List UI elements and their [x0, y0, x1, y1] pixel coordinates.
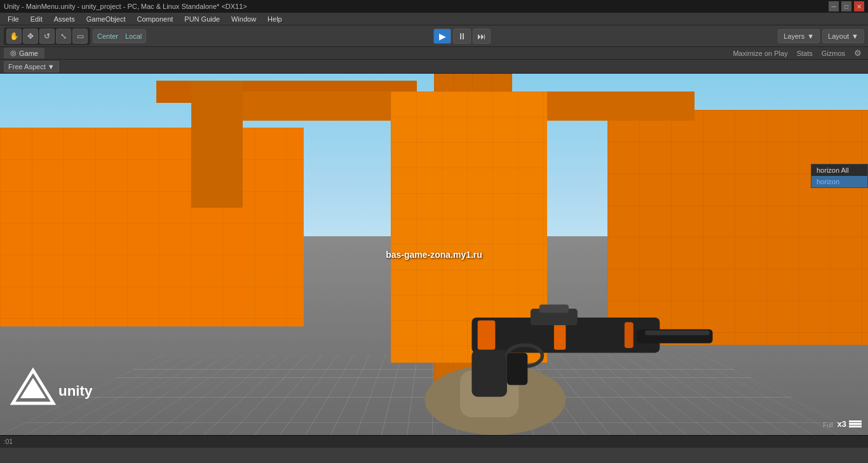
aspect-arrow-icon: ▼ [48, 63, 55, 70]
maximize-button[interactable]: □ [841, 1, 851, 11]
pivot-group: Center | Local [93, 29, 146, 43]
window-title: Unity - MainMenu.unity - unity_project -… [4, 3, 247, 10]
menu-bar: File Edit Assets GameObject Component PU… [0, 13, 868, 25]
rect-tool-button[interactable]: ▭ [72, 29, 88, 44]
game-top-bar: ◎ Game Maximize on Play Stats Gizmos ⚙ [0, 47, 868, 60]
settings-icon[interactable]: ⚙ [851, 48, 864, 58]
menu-edit[interactable]: Edit [25, 14, 48, 24]
aspect-dropdown[interactable]: Free Aspect ▼ [4, 61, 59, 72]
game-canvas: bas-game-zona.my1.ru unity [0, 74, 868, 435]
menu-gameobject[interactable]: GameObject [81, 14, 131, 24]
svg-rect-8 [625, 322, 634, 348]
layout-label: Layout [828, 32, 849, 40]
game-tab-icon: ◎ [10, 49, 17, 57]
game-view-controls: Maximize on Play Stats Gizmos ⚙ [730, 48, 864, 58]
playback-controls: ▶ ⏸ ⏭ [433, 29, 491, 44]
unity-logo: unity [6, 365, 146, 429]
svg-rect-15 [507, 353, 527, 386]
gizmos-button[interactable]: Gizmos [819, 49, 848, 58]
window-controls: ─ □ ✕ [829, 1, 864, 11]
scale-tool-button[interactable]: ⤡ [56, 29, 71, 44]
title-bar: Unity - MainMenu.unity - unity_project -… [0, 0, 868, 13]
pause-button[interactable]: ⏸ [453, 29, 471, 44]
layers-arrow-icon: ▼ [807, 32, 814, 40]
menu-help[interactable]: Help [262, 14, 287, 24]
close-button[interactable]: ✕ [854, 1, 864, 11]
frame-counter: :01 [4, 438, 13, 445]
play-button[interactable]: ▶ [433, 29, 451, 44]
layers-label: Layers [783, 32, 804, 40]
fps-counter: x3 [837, 419, 846, 429]
stats-button[interactable]: Stats [794, 49, 815, 58]
local-label[interactable]: Local [125, 32, 142, 40]
stats-bar-1 [849, 420, 862, 422]
center-label[interactable]: Center [97, 32, 118, 40]
weapon [347, 200, 738, 435]
stats-bar-3 [849, 426, 862, 427]
svg-rect-11 [472, 350, 507, 397]
stats-bars [849, 420, 862, 427]
step-button[interactable]: ⏭ [473, 29, 491, 44]
wall-left [0, 128, 304, 326]
autocomplete-item-all[interactable]: horizon All [811, 164, 867, 176]
move-tool-button[interactable]: ✥ [23, 29, 38, 44]
menu-component[interactable]: Component [132, 14, 178, 24]
full-label: Full [823, 422, 833, 429]
layout-arrow-icon: ▼ [851, 32, 858, 40]
minimize-button[interactable]: ─ [829, 1, 839, 11]
autocomplete-item-horizon[interactable]: horizon [811, 176, 867, 187]
rotate-tool-button[interactable]: ↺ [39, 29, 55, 44]
stats-panel: x3 [837, 419, 862, 429]
menu-window[interactable]: Window [226, 14, 261, 24]
maximize-on-play-button[interactable]: Maximize on Play [730, 49, 790, 58]
aspect-label: Free Aspect [8, 63, 46, 70]
svg-rect-10 [646, 330, 710, 335]
menu-file[interactable]: File [3, 14, 24, 24]
game-toolbar: Free Aspect ▼ [0, 60, 868, 74]
layout-dropdown[interactable]: Layout ▼ [822, 29, 864, 43]
menu-pun-guide[interactable]: PUN Guide [179, 14, 225, 24]
menu-assets[interactable]: Assets [49, 14, 80, 24]
pillar-left [191, 81, 243, 207]
game-tab[interactable]: ◎ Game [4, 48, 44, 58]
transform-tools-group: ✋ ✥ ↺ ⤡ ▭ [4, 27, 90, 45]
svg-text:unity: unity [58, 383, 93, 399]
autocomplete-panel: horizon All horizon [811, 164, 868, 188]
layers-dropdown[interactable]: Layers ▼ [778, 29, 820, 43]
stats-bar-2 [849, 423, 862, 425]
hand-tool-button[interactable]: ✋ [6, 29, 22, 44]
status-bar: :01 [0, 435, 868, 448]
svg-rect-6 [478, 321, 496, 350]
game-tab-label: Game [19, 50, 38, 57]
toolbar: ✋ ✥ ↺ ⤡ ▭ Center | Local ▶ ⏸ ⏭ Layers ▼ … [0, 25, 868, 47]
svg-rect-13 [539, 305, 569, 313]
svg-marker-1 [20, 378, 46, 398]
